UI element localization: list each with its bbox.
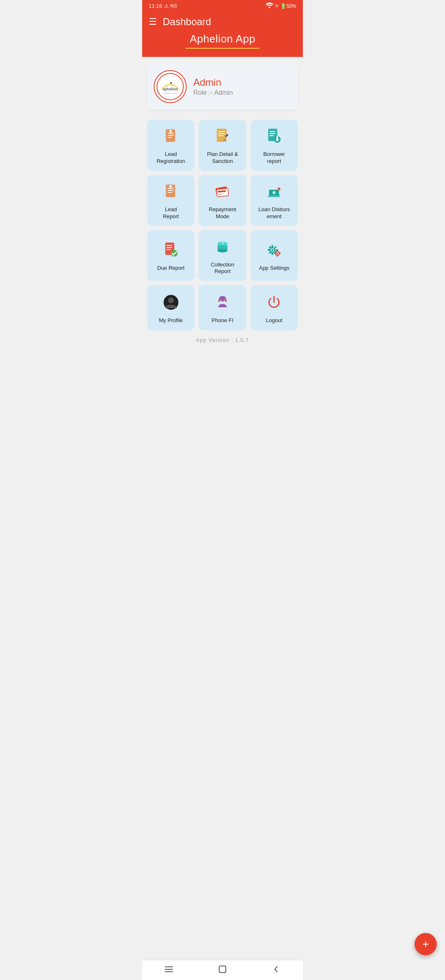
profile-icon [162, 293, 180, 314]
svg-point-24 [276, 136, 278, 138]
svg-point-60 [276, 252, 278, 254]
svg-rect-32 [216, 188, 228, 197]
svg-rect-52 [272, 253, 273, 255]
grid-label-lead-registration: LeadRegistration [157, 151, 185, 165]
svg-rect-9 [168, 137, 172, 138]
svg-rect-27 [168, 188, 173, 189]
grid-label-repayment-mode: RepaymentMode [209, 206, 236, 220]
lead-report-icon [162, 182, 180, 203]
svg-text:within reach: within reach [163, 92, 177, 94]
profile-card: aphelion within reach Admin Role :- Admi… [147, 64, 298, 110]
app-name: Aphelion App [149, 33, 296, 45]
header: ☰ Dashboard Aphelion App [142, 12, 303, 57]
svg-rect-14 [218, 135, 223, 136]
battery-icon: 🔋50% [280, 3, 296, 9]
grid-label-my-profile: My Profile [159, 317, 183, 324]
grid-label-app-settings: App Settings [259, 265, 289, 272]
svg-point-66 [168, 297, 174, 303]
menu-grid: LeadRegistration Plan Detail &Sanction [142, 116, 303, 334]
wifi-icon [266, 2, 273, 9]
grid-item-app-settings[interactable]: App Settings [251, 230, 298, 281]
svg-rect-13 [218, 133, 225, 134]
status-right: ✕ 🔋50% [266, 2, 296, 9]
status-left: 11:16 ⚠ RjS [149, 3, 177, 9]
grid-label-plan-detail-sanction: Plan Detail &Sanction [207, 151, 238, 165]
logo-svg: aphelion within reach [156, 72, 185, 101]
grid-label-logout: Logout [266, 317, 282, 324]
svg-text:aphelion: aphelion [162, 87, 178, 91]
settings-icon [265, 241, 283, 261]
disbursement-icon: ₹ [265, 182, 283, 203]
collection-icon: ₹ [213, 238, 232, 258]
svg-point-10 [169, 130, 172, 132]
page-title: Dashboard [163, 16, 211, 28]
grid-item-my-profile[interactable]: My Profile [147, 285, 194, 330]
app-version: App Version : 1.0.7 [142, 334, 303, 376]
grid-label-borrower-report: Borrowerreport [263, 151, 285, 165]
grid-item-phone-fi[interactable]: Phone FI [199, 285, 246, 330]
grid-label-loan-disbursement: Loan Disbursement [258, 206, 290, 220]
hamburger-menu[interactable]: ☰ [149, 16, 157, 27]
svg-point-30 [169, 185, 172, 188]
due-report-icon [162, 241, 180, 261]
time-display: 11:16 [149, 3, 162, 9]
app-logo: aphelion within reach [154, 70, 187, 103]
svg-rect-29 [168, 192, 172, 193]
profile-info: Admin Role :- Admin [193, 77, 233, 97]
x-icon: ✕ [275, 3, 279, 9]
svg-rect-40 [166, 247, 172, 248]
plan-icon [213, 127, 232, 148]
grid-item-borrower-report[interactable]: Borrowerreport [251, 120, 298, 171]
svg-rect-28 [168, 190, 173, 191]
grid-label-lead-report: LeadReport [163, 206, 179, 220]
svg-point-1 [157, 73, 183, 100]
grid-item-due-report[interactable]: Due Report [147, 230, 194, 281]
logout-icon [265, 293, 283, 314]
warning-icon: ⚠ [164, 3, 169, 9]
profile-role: Role :- Admin [193, 89, 233, 97]
status-bar: 11:16 ⚠ RjS ✕ 🔋50% [142, 0, 303, 12]
header-underline [185, 48, 260, 49]
svg-point-2 [170, 82, 172, 84]
svg-rect-56 [274, 246, 277, 248]
svg-point-50 [272, 249, 274, 251]
svg-rect-18 [269, 131, 275, 132]
borrower-icon [265, 127, 283, 148]
svg-rect-64 [279, 253, 281, 254]
svg-rect-39 [166, 245, 172, 246]
grid-item-plan-detail-sanction[interactable]: Plan Detail &Sanction [199, 120, 246, 171]
svg-rect-20 [269, 135, 274, 136]
grid-item-lead-registration[interactable]: LeadRegistration [147, 120, 194, 171]
svg-rect-63 [274, 253, 276, 254]
svg-rect-41 [166, 249, 171, 250]
svg-rect-53 [268, 249, 270, 251]
svg-rect-51 [272, 245, 273, 247]
grid-label-due-report: Due Report [157, 265, 184, 272]
grid-item-repayment-mode[interactable]: RepaymentMode [199, 175, 246, 226]
grid-label-phone-fi: Phone FI [212, 317, 234, 324]
svg-rect-8 [168, 135, 173, 136]
svg-rect-19 [269, 133, 275, 134]
lead-reg-icon [162, 127, 180, 148]
svg-rect-7 [168, 133, 173, 134]
grid-item-logout[interactable]: Logout [251, 285, 298, 330]
grid-item-loan-disbursement[interactable]: ₹ Loan Disbursement [251, 175, 298, 226]
svg-rect-61 [277, 250, 278, 252]
profile-name: Admin [193, 77, 233, 88]
header-top: ☰ Dashboard [149, 16, 296, 28]
grid-item-collection-report[interactable]: ₹ CollectionReport [199, 230, 246, 281]
svg-point-0 [269, 7, 270, 8]
svg-rect-68 [218, 299, 220, 302]
grid-label-collection-report: CollectionReport [211, 261, 234, 276]
repayment-icon [213, 182, 232, 203]
svg-rect-69 [225, 299, 227, 302]
phone-fi-icon [213, 293, 232, 314]
carrier-icon: RjS [171, 4, 177, 8]
svg-rect-62 [277, 255, 278, 257]
grid-item-lead-report[interactable]: LeadReport [147, 175, 194, 226]
svg-rect-23 [276, 138, 278, 141]
svg-rect-12 [218, 131, 225, 132]
